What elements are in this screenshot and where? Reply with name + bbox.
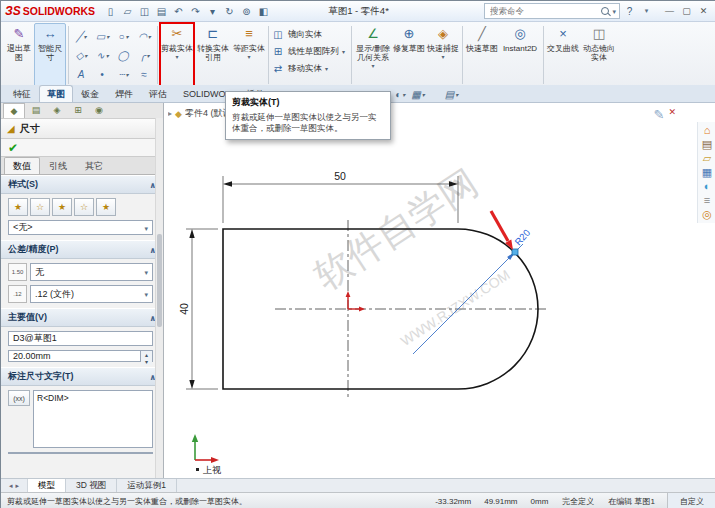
forum-icon[interactable]: ◎ — [702, 209, 712, 220]
hide-show-items-icon[interactable]: ◐▾ — [395, 89, 405, 100]
dimension-text-area[interactable]: R<DIM> — [33, 390, 153, 448]
rapid-sketch-button[interactable]: ╱ 快速草图 — [465, 23, 499, 87]
displaymanager-tab[interactable]: ⊞ — [68, 103, 88, 117]
spline-tool[interactable]: ∿▾ — [92, 46, 113, 65]
trim-dropdown-icon[interactable]: ▾ — [175, 54, 178, 60]
tab-sheet-metal[interactable]: 钣金 — [73, 85, 107, 102]
quick-snaps-button[interactable]: ◈ 快速捕捉 ▾ — [426, 23, 460, 87]
custom-properties-icon[interactable]: ≡ — [704, 195, 710, 206]
dimension-name-field[interactable]: D3@草图1 — [8, 331, 153, 346]
style-favorite-button[interactable]: ☆ — [30, 198, 50, 216]
search-input[interactable] — [488, 5, 598, 17]
tab-scroll-left-icon[interactable]: ◂ — [9, 482, 13, 490]
panel-scrollbar[interactable] — [155, 118, 163, 479]
add-parenthesis-button[interactable]: (xx) — [8, 390, 30, 406]
configurationmanager-tab[interactable]: ▤ — [26, 103, 46, 117]
tab-leaders[interactable]: 引线 — [40, 157, 76, 174]
rectangle-tool[interactable]: ▭▾ — [92, 27, 113, 46]
arc-tool[interactable]: ◠▾ — [134, 27, 155, 46]
options-icon[interactable]: ⊚ — [239, 4, 254, 19]
spin-down-icon[interactable] — [141, 358, 152, 365]
instant2d-button[interactable]: ◎ Instant2D — [499, 23, 541, 87]
style-favorite-button[interactable]: ☆ — [74, 198, 94, 216]
intersection-curve-button[interactable]: × 交叉曲线 — [546, 23, 580, 87]
polygon-tool[interactable]: ◇▾ — [71, 46, 92, 65]
file-explorer-icon[interactable]: ▱ — [703, 153, 711, 164]
smart-dimension-button[interactable]: ↔ 智能尺寸 — [34, 23, 66, 87]
style-section-header[interactable]: 样式(S) — [1, 175, 163, 194]
equation-curve-tool[interactable]: ≈ — [134, 65, 155, 84]
help-dropdown-icon[interactable] — [639, 4, 654, 19]
close-button[interactable]: ✕ — [695, 4, 712, 19]
file-properties-icon[interactable]: ◧ — [256, 4, 271, 19]
open-document-icon[interactable]: ▱ — [120, 4, 135, 19]
tab-scroll-right-icon[interactable]: ▸ — [16, 482, 20, 490]
ok-button[interactable]: ✔ — [8, 141, 18, 155]
view-palette-icon[interactable]: ▦ — [702, 167, 712, 178]
offset-dropdown-icon[interactable]: ▾ — [247, 54, 250, 60]
redo-icon[interactable]: ↷ — [188, 4, 203, 19]
style-favorite-button[interactable]: ★ — [8, 198, 28, 216]
scrollbar-thumb[interactable] — [157, 234, 162, 328]
text-tool[interactable]: A — [71, 65, 92, 84]
dimension-text-extra-box[interactable] — [8, 452, 153, 454]
show-delete-relations-button[interactable]: ∠ 显示/删除几何关系 ▾ — [354, 23, 392, 87]
spin-up-icon[interactable] — [141, 351, 152, 358]
exit-sketch-button[interactable]: ✎ 退出草图 — [4, 23, 34, 87]
appearances-tab[interactable]: ◉ — [89, 103, 109, 117]
save-icon[interactable]: ◫ — [137, 4, 152, 19]
tab-value[interactable]: 数值 — [4, 157, 40, 174]
tolerance-type-dropdown[interactable]: 无 — [30, 263, 153, 281]
undo-icon[interactable]: ↶ — [171, 4, 186, 19]
mirror-entities-button[interactable]: ◫ 镜向实体 — [271, 28, 349, 41]
move-entities-button[interactable]: ⇄ 移动实体 ▾ — [271, 62, 349, 75]
exit-sketch-corner-icon[interactable]: ✎ — [654, 107, 665, 122]
search-icon[interactable] — [601, 7, 609, 15]
motion-study-tab[interactable]: 运动算例1 — [117, 479, 177, 493]
primary-value-section-header[interactable]: 主要值(V) — [1, 308, 163, 327]
appearance-icon[interactable]: ▦▾ — [411, 89, 424, 100]
search-dropdown-icon[interactable] — [612, 6, 616, 16]
offset-entities-button[interactable]: ≡ 等距实体 ▾ — [232, 23, 266, 87]
tab-features[interactable]: 特征 — [5, 85, 39, 102]
style-favorite-button[interactable]: ★ — [52, 198, 72, 216]
dynamic-mirror-button[interactable]: ◫ 动态镜向实体 — [580, 23, 618, 87]
3d-views-tab[interactable]: 3D 视图 — [66, 479, 117, 493]
trim-entities-button[interactable]: ✂ 剪裁实体 ▾ — [160, 23, 194, 87]
design-library-icon[interactable]: ▤ — [702, 139, 712, 150]
tolerance-section-header[interactable]: 公差/精度(P) — [1, 240, 163, 259]
precision-dropdown[interactable]: .12 (文件) — [30, 285, 153, 303]
style-favorite-button[interactable]: ★ — [96, 198, 116, 216]
print-icon[interactable]: ▤ — [154, 4, 169, 19]
dimension-value-spinner[interactable]: 20.00mm — [8, 350, 153, 362]
command-search[interactable] — [484, 3, 620, 19]
tab-other[interactable]: 其它 — [76, 157, 112, 174]
propertymanager-tab[interactable]: ◆ — [3, 103, 25, 118]
height-dimension[interactable]: 40 — [178, 229, 218, 389]
dimension-text-section-header[interactable]: 标注尺寸文字(T) — [1, 367, 163, 386]
point-tool[interactable]: • — [92, 65, 113, 84]
style-dropdown[interactable]: <无> — [8, 220, 153, 235]
selection-filter-icon[interactable]: ▾ — [205, 4, 220, 19]
circle-tool[interactable]: ○▾ — [113, 27, 134, 46]
fillet-tool[interactable]: ╭▾ — [134, 46, 155, 65]
restore-button[interactable]: ▢ — [678, 4, 695, 19]
graphics-area[interactable]: 软件自学网 WWW.RJZXW.COM 50 — [163, 102, 715, 479]
tab-evaluate[interactable]: 评估 — [141, 85, 175, 102]
appearances-scenes-icon[interactable]: ◐ — [704, 181, 711, 192]
centerline-tool[interactable]: ┄▾ — [113, 65, 134, 84]
cancel-sketch-icon[interactable]: ✕ — [668, 107, 676, 117]
minimize-button[interactable]: — — [661, 4, 678, 19]
convert-entities-button[interactable]: ⊏ 转换实体引用 — [194, 23, 232, 87]
new-document-icon[interactable]: ▯ — [103, 4, 118, 19]
custom-toolbar-tab[interactable]: 自定义 — [667, 493, 715, 508]
line-tool[interactable]: ╱▾ — [71, 27, 92, 46]
rebuild-icon[interactable]: ↻ — [222, 4, 237, 19]
view-settings-icon[interactable]: ▤▾ — [445, 89, 458, 100]
radius-dimension-text[interactable]: R20 — [512, 227, 532, 247]
linear-pattern-button[interactable]: ⊞ 线性草图阵列 ▾ — [271, 45, 349, 58]
ellipse-tool[interactable]: ◯ — [113, 46, 134, 65]
sketch-canvas[interactable]: 软件自学网 WWW.RJZXW.COM 50 — [163, 102, 715, 479]
expand-triangle-icon[interactable]: ▸ — [168, 109, 172, 118]
tab-sketch[interactable]: 草图 — [39, 85, 73, 102]
